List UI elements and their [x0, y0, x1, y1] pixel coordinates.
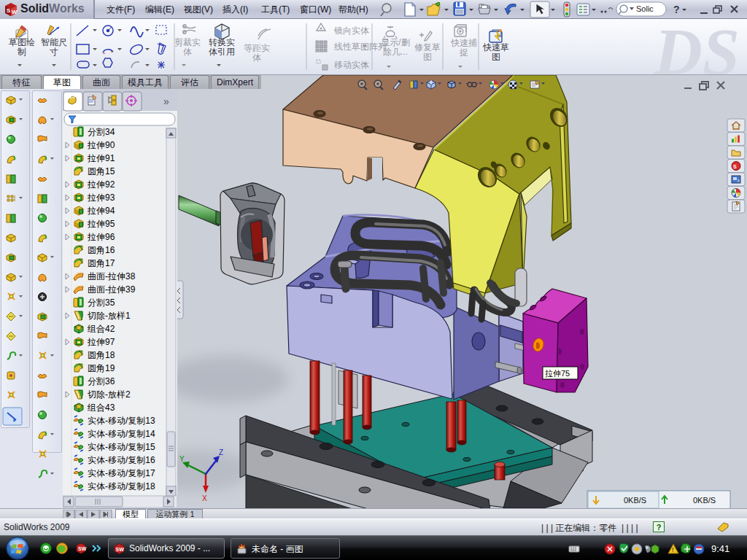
svg-text:分割34: 分割34 — [88, 127, 115, 137]
svg-text:拉伸93: 拉伸93 — [87, 192, 115, 203]
svg-text:切除-放样1: 切除-放样1 — [87, 311, 131, 321]
svg-text:实体-移动/复制16: 实体-移动/复制16 — [88, 455, 155, 465]
svg-text:拉伸92: 拉伸92 — [87, 179, 115, 190]
svg-text:拉伸97: 拉伸97 — [87, 337, 115, 347]
svg-text:圆角15: 圆角15 — [88, 166, 115, 176]
svg-text:!: ! — [672, 546, 674, 553]
svg-text:Z: Z — [219, 448, 223, 456]
svg-text:圆角19: 圆角19 — [88, 363, 115, 373]
svg-text:SW: SW — [116, 547, 125, 552]
svg-text:圆角17: 圆角17 — [88, 258, 115, 268]
svg-text:拉伸95: 拉伸95 — [87, 219, 115, 229]
svg-text:SW: SW — [78, 546, 87, 551]
svg-text:实体-移动/复制13: 实体-移动/复制13 — [88, 416, 155, 426]
svg-text:实体-移动/复制14: 实体-移动/复制14 — [88, 429, 155, 439]
svg-text:拉伸90: 拉伸90 — [87, 140, 115, 150]
svg-text:实体-移动/复制18: 实体-移动/复制18 — [88, 481, 155, 491]
svg-text:实体-移动/复制15: 实体-移动/复制15 — [88, 442, 155, 452]
svg-text:0KB/S: 0KB/S — [624, 496, 646, 505]
svg-text:X: X — [202, 494, 207, 502]
svg-text:拉伸75: 拉伸75 — [545, 369, 570, 378]
svg-text:曲面-拉伸38: 曲面-拉伸38 — [88, 271, 136, 281]
svg-text:?: ? — [673, 4, 680, 15]
svg-text:切除-放样2: 切除-放样2 — [87, 389, 131, 400]
svg-text:S: S — [7, 7, 11, 14]
svg-text:W: W — [12, 9, 18, 15]
svg-text:拉伸96: 拉伸96 — [87, 232, 115, 242]
svg-text:曲面-拉伸39: 曲面-拉伸39 — [88, 284, 136, 295]
svg-text:S: S — [733, 164, 737, 169]
svg-text:组合43: 组合43 — [87, 402, 115, 413]
svg-text:分割36: 分割36 — [88, 376, 115, 386]
svg-text:组合42: 组合42 — [87, 324, 115, 334]
svg-text:0KB/S: 0KB/S — [693, 496, 716, 505]
svg-text:圆角18: 圆角18 — [88, 350, 115, 360]
svg-text:拉伸94: 拉伸94 — [87, 206, 115, 216]
svg-text:»: » — [163, 96, 169, 107]
svg-text:Y: Y — [179, 455, 185, 463]
svg-text:Solic: Solic — [636, 4, 654, 13]
svg-text:拉伸91: 拉伸91 — [87, 153, 115, 163]
svg-text:圆角16: 圆角16 — [88, 245, 115, 255]
svg-text:分割35: 分割35 — [88, 298, 115, 308]
svg-text:实体-移动/复制17: 实体-移动/复制17 — [88, 468, 155, 478]
